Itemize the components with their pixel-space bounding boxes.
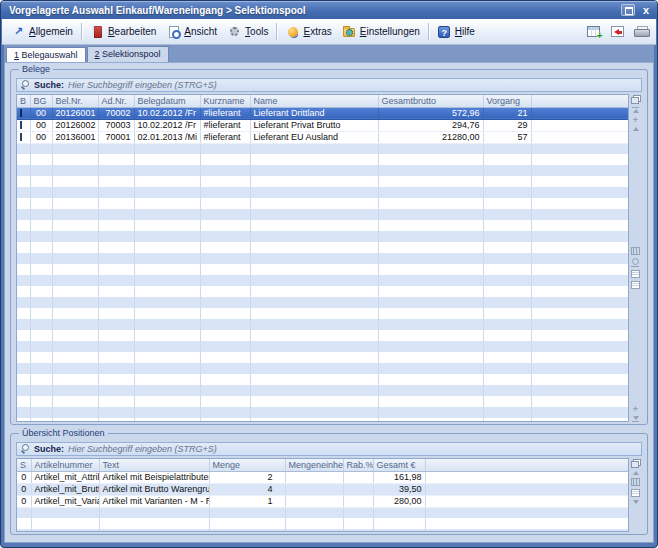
col-belegdatum[interactable]: Belegdatum bbox=[134, 95, 200, 107]
positionen-search-input[interactable]: Suche: Hier Suchbegriff eingeben (STRG+S… bbox=[16, 442, 642, 456]
col-belnr[interactable]: Bel.Nr. bbox=[52, 95, 98, 107]
zoom-icon[interactable] bbox=[631, 258, 640, 267]
cell-gesamtbrutto: 21280,00 bbox=[378, 131, 483, 143]
cell-rab bbox=[343, 471, 373, 483]
empty-row bbox=[17, 396, 628, 407]
tab-selektionspool[interactable]: 2 Selektionspool bbox=[87, 46, 169, 62]
col-b[interactable]: B bbox=[17, 95, 30, 107]
col-bg[interactable]: BG bbox=[30, 95, 52, 107]
col-artikelnummer[interactable]: Artikelnummer bbox=[31, 459, 99, 471]
empty-row bbox=[17, 374, 628, 385]
empty-row bbox=[17, 253, 628, 264]
search-label: Suche: bbox=[34, 80, 64, 90]
grid-filter-icon[interactable] bbox=[631, 281, 640, 289]
col-filler bbox=[531, 95, 628, 107]
cell-s: 0 bbox=[17, 471, 31, 483]
cell-menge: 4 bbox=[209, 483, 285, 495]
positionen-grid: S Artikelnummer Text Menge Mengeneinheit… bbox=[16, 458, 629, 532]
empty-row bbox=[17, 363, 628, 374]
empty-row bbox=[17, 220, 628, 231]
empty-row bbox=[17, 198, 628, 209]
table-row[interactable]: 0 Artikel_mit_Varianten. Artikel mit Var… bbox=[17, 495, 628, 507]
menu-label: Extras bbox=[303, 26, 331, 37]
scroll-bottom-icon[interactable] bbox=[632, 416, 639, 422]
empty-row bbox=[17, 352, 628, 363]
column-chooser-icon[interactable] bbox=[631, 459, 641, 468]
col-rab[interactable]: Rab.% bbox=[343, 459, 373, 471]
cell-gesamtbrutto: 294,76 bbox=[378, 119, 483, 131]
table-row[interactable]: 00 20136001 70001 02.01.2013 /Mi #liefer… bbox=[17, 131, 628, 143]
menu-bearbeiten[interactable]: Bearbeiten bbox=[85, 22, 161, 42]
col-s[interactable]: S bbox=[17, 459, 31, 471]
menu-label: Einstellungen bbox=[360, 26, 420, 37]
window-title: Vorgelagerte Auswahl Einkauf/Wareneingan… bbox=[9, 5, 621, 16]
table-row[interactable]: 00 20126002 70003 10.02.2012 /Fr #liefer… bbox=[17, 119, 628, 131]
belege-search-input[interactable]: Suche: Hier Suchbegriff eingeben (STRG+S… bbox=[16, 78, 642, 92]
columns-icon[interactable] bbox=[631, 478, 640, 486]
column-chooser-icon[interactable] bbox=[631, 95, 641, 104]
col-kurzname[interactable]: Kurzname bbox=[200, 95, 250, 107]
scroll-up-icon[interactable] bbox=[633, 127, 639, 131]
col-menge[interactable]: Menge bbox=[209, 459, 285, 471]
cell-menge: 2 bbox=[209, 471, 285, 483]
add-icon[interactable]: + bbox=[633, 405, 638, 413]
menu-einstellungen[interactable]: Einstellungen bbox=[337, 22, 425, 42]
cell-gesamtbrutto: 572,96 bbox=[378, 107, 483, 119]
menu-label: Ansicht bbox=[184, 26, 217, 37]
scroll-up-icon[interactable] bbox=[633, 471, 639, 475]
print-icon bbox=[634, 26, 649, 38]
cell-text: Artikel mit Brutto Warengruppe bbox=[99, 483, 209, 495]
tab-page-selektionspool: Belege Suche: Hier Suchbegriff eingeben … bbox=[4, 62, 654, 543]
cell-name: Lieferant Drittland bbox=[250, 107, 378, 119]
col-text[interactable]: Text bbox=[99, 459, 209, 471]
cell-name: Lieferant Privat Brutto bbox=[250, 119, 378, 131]
search-label: Suche: bbox=[34, 444, 64, 454]
print-button[interactable] bbox=[632, 24, 650, 40]
col-vorgang[interactable]: Vorgang bbox=[483, 95, 531, 107]
col-gesamt[interactable]: Gesamt € bbox=[373, 459, 425, 471]
col-mengeneinheit[interactable]: Mengeneinheit bbox=[285, 459, 343, 471]
scroll-top-icon[interactable] bbox=[632, 107, 639, 113]
grid-icon[interactable] bbox=[631, 270, 640, 278]
menu-separator bbox=[428, 23, 429, 40]
table-export-button[interactable] bbox=[584, 24, 602, 40]
table-row[interactable]: 0 Artikel_mit_Attributen Artikel mit Bei… bbox=[17, 471, 628, 483]
tab-belegauswahl[interactable]: 1 Belegauswahl bbox=[6, 47, 86, 62]
columns-icon[interactable] bbox=[631, 247, 640, 255]
col-name[interactable]: Name bbox=[250, 95, 378, 107]
scroll-down-icon[interactable] bbox=[633, 500, 639, 504]
cell-rab bbox=[343, 483, 373, 495]
table-row-selected[interactable]: 00 20126001 70002 10.02.2012 /Fr #liefer… bbox=[17, 107, 628, 119]
help-icon bbox=[438, 26, 450, 38]
add-icon[interactable]: + bbox=[633, 116, 638, 124]
menu-allgemein[interactable]: Allgemein bbox=[6, 22, 78, 42]
empty-row bbox=[17, 176, 628, 187]
menu-extras[interactable]: Extras bbox=[280, 22, 336, 42]
cell-bg: 00 bbox=[30, 107, 52, 119]
empty-row bbox=[17, 341, 628, 352]
close-icon[interactable]: x bbox=[640, 4, 652, 16]
menu-ansicht[interactable]: Ansicht bbox=[161, 22, 222, 42]
cell-artikelnummer: Artikel_mit_Varianten. bbox=[31, 495, 99, 507]
menu-hilfe[interactable]: Hilfe bbox=[432, 22, 480, 42]
search-icon bbox=[21, 80, 30, 90]
col-gesamtbrutto[interactable]: Gesamtbrutto bbox=[378, 95, 483, 107]
cell-adnr: 70001 bbox=[98, 131, 134, 143]
folder-gear-icon bbox=[343, 28, 355, 37]
cell-belnr: 20126001 bbox=[52, 107, 98, 119]
menu-tools[interactable]: Tools bbox=[222, 22, 273, 42]
search-icon bbox=[21, 444, 30, 454]
cell-artikelnummer: Artikel_mit_Attributen bbox=[31, 471, 99, 483]
table-row[interactable]: 0 Artikel_mit_Brutto_W( Artikel mit Brut… bbox=[17, 483, 628, 495]
cell-vorgang: 29 bbox=[483, 119, 531, 131]
restore-icon[interactable] bbox=[621, 4, 635, 16]
cell-gesamt: 39,50 bbox=[373, 483, 425, 495]
grid-icon[interactable] bbox=[631, 489, 640, 497]
groupbox-belege: Belege Suche: Hier Suchbegriff eingeben … bbox=[10, 69, 648, 425]
table-export-icon bbox=[587, 26, 600, 37]
positionen-side-toolbar bbox=[629, 458, 642, 532]
col-adnr[interactable]: Ad.Nr. bbox=[98, 95, 134, 107]
menu-label: Hilfe bbox=[455, 26, 475, 37]
exit-button[interactable] bbox=[608, 24, 626, 40]
cell-bg: 00 bbox=[30, 119, 52, 131]
